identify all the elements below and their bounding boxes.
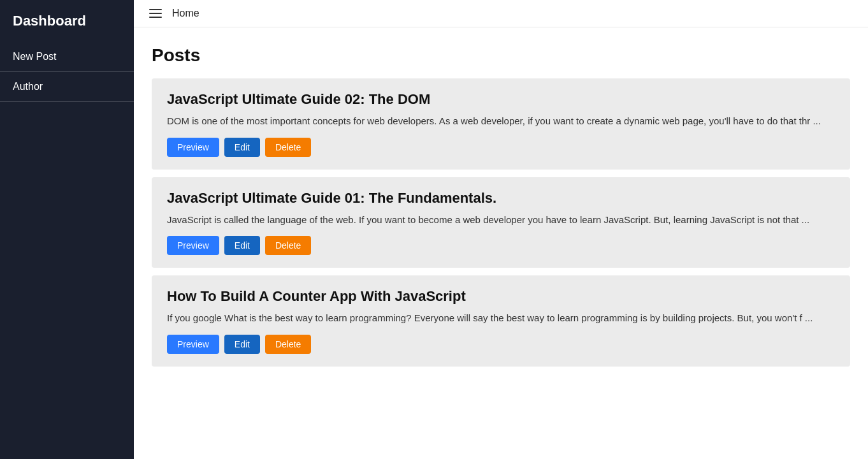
delete-button-1[interactable]: Delete — [265, 138, 311, 157]
post-title-3: How To Build A Counter App With JavaScri… — [167, 288, 835, 305]
preview-button-3[interactable]: Preview — [167, 335, 219, 354]
post-actions-2: Preview Edit Delete — [167, 236, 835, 255]
topbar: Home — [134, 0, 868, 27]
sidebar-nav: New Post Author — [0, 45, 134, 105]
post-excerpt-2: JavaScript is called the language of the… — [167, 213, 835, 228]
post-card-1: JavaScript Ultimate Guide 02: The DOM DO… — [152, 78, 850, 170]
edit-button-3[interactable]: Edit — [224, 335, 260, 354]
post-title-2: JavaScript Ultimate Guide 01: The Fundam… — [167, 190, 835, 207]
post-title-1: JavaScript Ultimate Guide 02: The DOM — [167, 91, 835, 108]
main-content: Home Posts JavaScript Ultimate Guide 02:… — [134, 0, 868, 459]
post-card-3: How To Build A Counter App With JavaScri… — [152, 275, 850, 367]
edit-button-2[interactable]: Edit — [224, 236, 260, 255]
sidebar-title: Dashboard — [0, 0, 134, 45]
post-actions-3: Preview Edit Delete — [167, 335, 835, 354]
post-card-2: JavaScript Ultimate Guide 01: The Fundam… — [152, 177, 850, 268]
post-excerpt-1: DOM is one of the most important concept… — [167, 114, 835, 129]
hamburger-menu-icon[interactable] — [149, 9, 162, 18]
sidebar-item-author[interactable]: Author — [0, 75, 134, 99]
post-actions-1: Preview Edit Delete — [167, 138, 835, 157]
posts-heading: Posts — [152, 45, 850, 66]
edit-button-1[interactable]: Edit — [224, 138, 260, 157]
preview-button-2[interactable]: Preview — [167, 236, 219, 255]
sidebar: Dashboard New Post Author — [0, 0, 134, 459]
post-excerpt-3: If you google What is the best way to le… — [167, 311, 835, 326]
posts-content: Posts JavaScript Ultimate Guide 02: The … — [134, 27, 868, 392]
delete-button-2[interactable]: Delete — [265, 236, 311, 255]
sidebar-divider — [0, 71, 134, 72]
sidebar-divider-2 — [0, 101, 134, 102]
sidebar-item-new-post[interactable]: New Post — [0, 45, 134, 69]
topbar-home-label: Home — [172, 8, 199, 19]
preview-button-1[interactable]: Preview — [167, 138, 219, 157]
delete-button-3[interactable]: Delete — [265, 335, 311, 354]
